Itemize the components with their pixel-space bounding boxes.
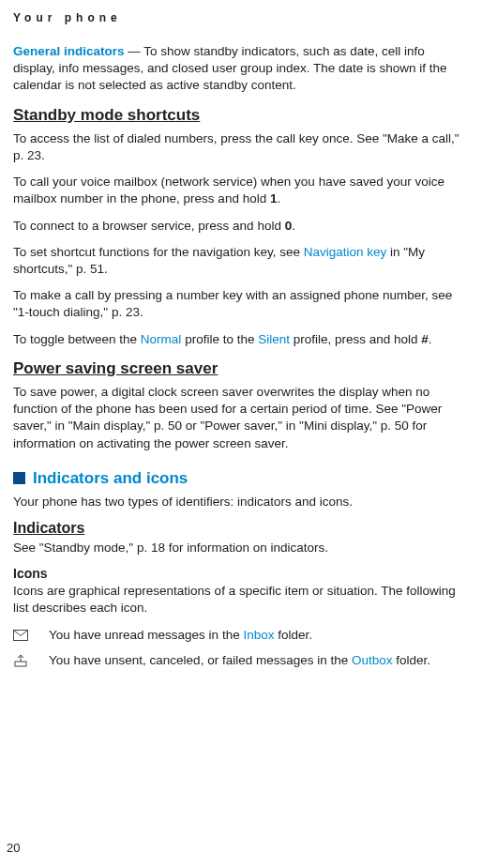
power-saver-heading: Power saving screen saver <box>13 359 469 378</box>
page-header: Your phone <box>13 0 469 43</box>
icon-row-outbox: You have unsent, canceled, or failed mes… <box>13 652 469 670</box>
shortcuts-p6: To toggle between the Normal profile to … <box>13 331 469 348</box>
icons-heading: Icons <box>13 566 469 581</box>
shortcuts-p1: To access the list of dialed numbers, pr… <box>13 130 469 164</box>
square-bullet-icon <box>13 472 25 484</box>
shortcuts-p4: To set shortcut functions for the naviga… <box>13 244 469 278</box>
inbox-folder: Inbox <box>243 628 274 642</box>
shortcuts-p2: To call your voice mailbox (network serv… <box>13 174 469 207</box>
navigation-key-link: Navigation key <box>304 245 387 259</box>
inbox-text: You have unread messages in the Inbox fo… <box>49 627 469 644</box>
standby-shortcuts-heading: Standby mode shortcuts <box>13 106 469 125</box>
outbox-icon <box>13 652 49 670</box>
silent-profile: Silent <box>258 332 290 346</box>
svg-rect-1 <box>15 662 26 666</box>
indicators-icons-section: Indicators and icons <box>13 469 469 488</box>
icon-row-inbox: You have unread messages in the Inbox fo… <box>13 627 469 645</box>
shortcuts-p3: To connect to a browser service, press a… <box>13 218 469 235</box>
normal-profile: Normal <box>141 332 182 346</box>
outbox-text: You have unsent, canceled, or failed mes… <box>49 652 469 669</box>
outbox-folder: Outbox <box>352 653 393 667</box>
shortcuts-p5: To make a call by pressing a number key … <box>13 287 469 321</box>
key-hash: # <box>421 332 429 346</box>
general-indicators-label: General indicators <box>13 44 125 58</box>
power-saver-text: To save power, a digital clock screen sa… <box>13 384 469 452</box>
indicators-icons-heading: Indicators and icons <box>33 469 188 488</box>
envelope-icon <box>13 627 49 645</box>
indicators-heading: Indicators <box>13 520 469 537</box>
indicators-text: See "Standby mode," p. 18 for informatio… <box>13 540 469 556</box>
icons-text: Icons are graphical representations of a… <box>13 583 469 617</box>
page-number: 20 <box>7 841 20 855</box>
general-indicators-para: General indicators — To show standby ind… <box>13 43 469 95</box>
indicators-icons-intro: Your phone has two types of identifiers:… <box>13 494 469 510</box>
